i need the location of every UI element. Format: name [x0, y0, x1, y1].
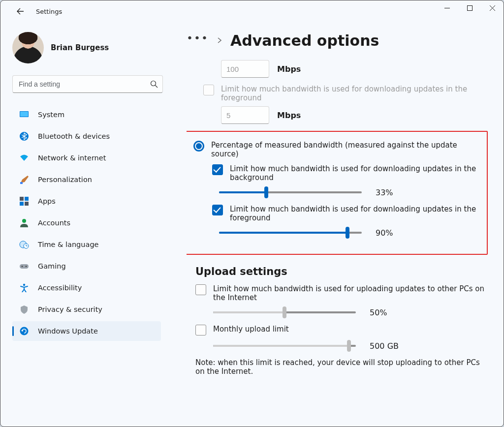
sidebar-item-label: Network & internet — [38, 154, 106, 162]
back-button[interactable] — [12, 3, 28, 19]
controller-icon — [19, 261, 29, 271]
upload-limit-value: 50% — [370, 308, 399, 317]
page-title: Advanced options — [230, 32, 379, 49]
pct-bg-value: 33% — [376, 188, 405, 197]
svg-rect-3 — [20, 112, 28, 117]
monthly-limit-slider[interactable] — [213, 340, 356, 351]
sidebar-item-time-language[interactable]: Time & language — [12, 235, 161, 254]
absolute-fg-label: Limit how much bandwidth is used for dow… — [221, 85, 488, 102]
pct-bg-check-row: Limit how much bandwidth is used for dow… — [212, 164, 477, 182]
absolute-bg-row: Mbps — [221, 60, 488, 78]
upload-limit-slider[interactable] — [213, 307, 356, 318]
upload-settings-heading: Upload settings — [195, 266, 488, 277]
system-icon — [19, 110, 29, 120]
sidebar-item-bluetooth[interactable]: Bluetooth & devices — [12, 126, 161, 146]
search-input[interactable] — [12, 75, 163, 93]
svg-point-15 — [26, 266, 27, 267]
shield-icon — [19, 305, 29, 314]
sidebar-item-accessibility[interactable]: Accessibility — [12, 278, 161, 298]
brush-icon — [19, 175, 29, 184]
svg-point-10 — [22, 219, 26, 223]
pct-bg-label: Limit how much bandwidth is used for dow… — [230, 164, 477, 182]
update-icon — [19, 326, 29, 336]
pct-fg-slider-row: 90% — [219, 227, 477, 238]
svg-rect-5 — [20, 182, 23, 184]
sidebar-item-label: Personalization — [38, 176, 92, 183]
sidebar-item-privacy[interactable]: Privacy & security — [12, 300, 161, 319]
sidebar-item-label: Gaming — [38, 262, 66, 270]
monthly-limit-check-row: Monthly upload limit — [195, 325, 488, 336]
avatar — [12, 32, 44, 63]
sidebar-item-label: Privacy & security — [38, 305, 102, 313]
sidebar-item-accounts[interactable]: Accounts — [12, 213, 161, 233]
sidebar-item-windows-update[interactable]: Windows Update — [12, 321, 161, 341]
breadcrumb: ••• Advanced options — [187, 32, 499, 49]
profile-name: Brian Burgess — [51, 43, 109, 52]
bluetooth-icon — [19, 131, 29, 141]
breadcrumb-more-button[interactable]: ••• — [187, 37, 209, 39]
pct-bg-slider-row: 33% — [219, 187, 477, 198]
svg-rect-6 — [20, 197, 24, 201]
svg-point-1 — [151, 81, 156, 86]
sidebar-item-apps[interactable]: Apps — [12, 191, 161, 211]
sidebar-item-network[interactable]: Network & internet — [12, 148, 161, 168]
svg-point-16 — [23, 284, 25, 286]
monthly-limit-checkbox[interactable] — [195, 325, 206, 336]
sidebar-item-label: Accounts — [38, 219, 70, 227]
sidebar-item-personalization[interactable]: Personalization — [12, 170, 161, 189]
upload-limit-checkbox[interactable] — [195, 284, 206, 295]
close-button[interactable] — [481, 0, 504, 15]
upload-note: Note: when this limit is reached, your d… — [195, 358, 488, 376]
person-icon — [19, 218, 29, 228]
maximize-button[interactable] — [458, 0, 481, 15]
content-scroll[interactable]: Mbps Limit how much bandwidth is used fo… — [187, 58, 499, 422]
sidebar-item-label: System — [38, 111, 64, 119]
search-box[interactable] — [12, 75, 163, 93]
absolute-bg-input[interactable] — [221, 60, 269, 78]
globe-clock-icon — [19, 240, 29, 249]
pct-fg-checkbox[interactable] — [212, 205, 223, 215]
mbps-unit: Mbps — [277, 111, 301, 120]
svg-rect-0 — [467, 5, 472, 10]
sidebar-item-gaming[interactable]: Gaming — [12, 256, 161, 276]
upload-limit-slider-row: 50% — [213, 307, 488, 318]
profile[interactable]: Brian Burgess — [12, 32, 161, 63]
svg-rect-13 — [20, 264, 29, 269]
search-icon — [150, 80, 158, 88]
sidebar-item-label: Bluetooth & devices — [38, 132, 110, 140]
sidebar: Brian Burgess System Bluetooth & devices — [0, 22, 163, 427]
monthly-limit-value: 500 GB — [370, 341, 399, 351]
absolute-fg-checkbox[interactable] — [203, 85, 214, 95]
pct-fg-value: 90% — [376, 228, 405, 238]
apps-icon — [19, 196, 29, 206]
sidebar-item-label: Time & language — [38, 241, 99, 248]
sidebar-item-label: Apps — [38, 197, 56, 205]
pct-bg-slider[interactable] — [219, 187, 362, 198]
monthly-limit-label: Monthly upload limit — [213, 325, 289, 334]
accessibility-icon — [19, 283, 29, 293]
minimize-button[interactable] — [436, 0, 458, 15]
chevron-right-icon — [217, 36, 222, 45]
svg-rect-9 — [25, 202, 29, 206]
upload-limit-label: Limit how much bandwidth is used for upl… — [213, 284, 488, 302]
sidebar-item-label: Windows Update — [38, 327, 98, 335]
mbps-unit: Mbps — [277, 64, 301, 74]
absolute-fg-input[interactable] — [221, 106, 269, 124]
absolute-fg-row: Mbps — [221, 106, 488, 124]
window-title: Settings — [36, 8, 62, 15]
window-controls — [436, 0, 504, 15]
nav-list: System Bluetooth & devices Network & int… — [12, 105, 161, 341]
main-content: ••• Advanced options Mbps Limit how much… — [163, 22, 504, 427]
percentage-block: Percentage of measured bandwidth (measur… — [187, 131, 488, 255]
pct-fg-slider[interactable] — [219, 227, 362, 238]
monthly-limit-slider-row: 500 GB — [213, 340, 488, 351]
pct-bg-checkbox[interactable] — [212, 164, 223, 175]
pct-fg-check-row: Limit how much bandwidth is used for dow… — [212, 205, 477, 222]
pct-fg-label: Limit how much bandwidth is used for dow… — [230, 205, 477, 222]
percentage-radio-label: Percentage of measured bandwidth (measur… — [211, 141, 477, 158]
svg-rect-8 — [20, 202, 24, 206]
percentage-radio[interactable] — [193, 141, 204, 152]
sidebar-item-system[interactable]: System — [12, 105, 161, 124]
svg-rect-7 — [25, 197, 29, 201]
absolute-fg-check-row: Limit how much bandwidth is used for dow… — [203, 85, 488, 102]
